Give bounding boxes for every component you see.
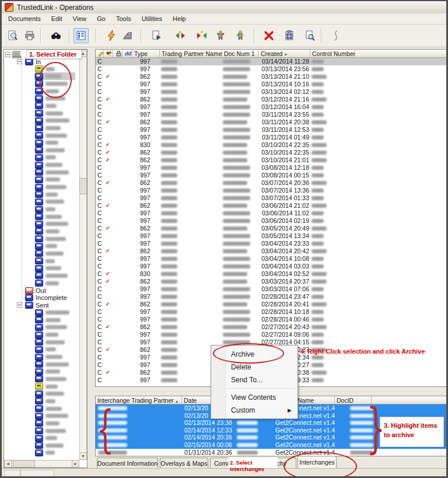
tab-document-information[interactable]: Document Information xyxy=(97,458,158,468)
tree-item[interactable] xyxy=(35,412,68,420)
tree-item[interactable] xyxy=(35,220,68,228)
table-row[interactable]: C✔86203/10/2014 21:01 xyxy=(96,156,447,164)
tree-item[interactable] xyxy=(35,153,56,161)
view-details-button[interactable] xyxy=(74,28,89,43)
table-row[interactable]: C99703/13/2014 10:16 xyxy=(96,81,447,88)
menu-go[interactable]: Go xyxy=(92,14,111,23)
tree-item[interactable] xyxy=(35,176,60,183)
tree-item[interactable] xyxy=(35,390,64,397)
tree-item[interactable] xyxy=(35,264,61,272)
tree-item[interactable] xyxy=(35,375,66,383)
tree-item[interactable] xyxy=(35,323,67,331)
table-row[interactable]: C99703/13/2014 23:56 xyxy=(96,65,447,73)
table-row[interactable]: C99703/08/2014 00:15 xyxy=(96,172,447,179)
table-row[interactable]: C99703/11/2014 01:49 xyxy=(96,134,447,141)
table-row[interactable]: C99702/28/2014 10:18 xyxy=(96,308,447,316)
table-row[interactable]: C99703/04/2014 03:03 xyxy=(96,263,447,270)
menu-utilities[interactable]: Utilities xyxy=(136,14,167,23)
table-row[interactable]: C99703/03/2014 07:06 xyxy=(96,285,447,293)
menu-tools[interactable]: Tools xyxy=(111,14,136,23)
table-row[interactable]: C99703/08/2014 12:18 xyxy=(96,164,447,172)
duplicate-column-header[interactable]: dd xyxy=(123,50,132,58)
table-row[interactable]: C✔86203/03/2014 20:37 xyxy=(96,278,447,285)
tree-root[interactable] xyxy=(12,51,22,58)
table-row[interactable]: C99703/11/2014 12:53 xyxy=(96,126,447,134)
translate-inbound-button[interactable] xyxy=(173,28,188,43)
print-button[interactable] xyxy=(22,28,37,43)
tree-item[interactable] xyxy=(35,309,69,316)
tree-item[interactable] xyxy=(35,405,62,413)
vscroll-thumb[interactable] xyxy=(79,178,87,194)
tab-overlays-maps[interactable]: Overlays & Maps xyxy=(160,458,208,468)
tree-item[interactable] xyxy=(35,117,69,124)
table-row[interactable]: C99703/13/2014 02:12 xyxy=(96,88,447,96)
tree-item-incomplete[interactable]: Incomplete xyxy=(25,294,67,302)
tree-item[interactable] xyxy=(35,346,56,353)
attachment-column-header[interactable] xyxy=(104,50,113,58)
edit-pencil-column-header[interactable] xyxy=(96,50,104,58)
tree-item[interactable] xyxy=(35,280,59,287)
menu-edit[interactable]: Edit xyxy=(46,14,68,23)
table-row[interactable]: C✔83003/04/2014 02:52 xyxy=(96,270,447,278)
table-row[interactable]: C✔86203/11/2014 20:38 xyxy=(96,118,447,126)
tree-item[interactable] xyxy=(35,132,67,139)
view-document-button[interactable] xyxy=(302,28,317,43)
lock-column-header[interactable] xyxy=(113,50,123,58)
table-row[interactable]: C✔86203/06/2014 21:02 xyxy=(96,202,447,210)
tree-item[interactable] xyxy=(35,397,55,405)
context-menu-item-view-contents[interactable]: View Contents xyxy=(226,391,296,404)
tree-item[interactable] xyxy=(35,161,62,169)
tree-expander-icon[interactable] xyxy=(17,302,22,308)
table-row[interactable]: C99702/28/2014 00:46 xyxy=(96,316,447,323)
tree-item[interactable] xyxy=(35,102,57,110)
table-row[interactable]: C99703/06/2014 11:02 xyxy=(96,210,447,217)
tree-item[interactable] xyxy=(35,235,66,243)
table-row[interactable]: C99703/04/2014 10:08 xyxy=(96,255,447,263)
tree-item[interactable] xyxy=(35,183,66,191)
scroll-down-arrow[interactable]: ▼ xyxy=(79,452,87,460)
menu-help[interactable]: Help xyxy=(167,14,191,23)
tree-item-out[interactable]: Out xyxy=(25,287,46,294)
tree-item[interactable] xyxy=(35,250,64,257)
tree-item[interactable] xyxy=(35,449,55,456)
tree-item[interactable] xyxy=(35,420,60,427)
script-squiggle-button[interactable] xyxy=(328,28,344,43)
tree-item[interactable] xyxy=(35,242,57,250)
tree-item[interactable] xyxy=(35,361,69,368)
table-row[interactable]: C✔86203/07/2014 20:36 xyxy=(96,179,447,187)
tree-item[interactable] xyxy=(35,257,55,265)
table-row[interactable]: C99703/07/2014 13:36 xyxy=(96,187,447,194)
export-document-button[interactable] xyxy=(149,28,164,43)
table-row[interactable]: C99703/05/2014 13:34 xyxy=(96,232,447,240)
tree-item[interactable] xyxy=(35,205,55,213)
tree-item[interactable] xyxy=(35,331,58,339)
table-row[interactable]: C✔86202/27/2014 20:43 xyxy=(96,323,447,331)
tree-item[interactable] xyxy=(35,442,64,449)
table-row[interactable]: C99703/11/2014 23:55 xyxy=(96,111,447,118)
task-runner-1-button[interactable] xyxy=(213,28,228,43)
tree-expander-icon[interactable] xyxy=(17,59,22,64)
column-header-doc-num-1[interactable]: Doc Num 1 xyxy=(222,50,259,58)
tree-item[interactable] xyxy=(35,339,65,346)
context-menu-item-send-to-[interactable]: Send To... xyxy=(226,374,296,386)
tree-item[interactable] xyxy=(35,272,68,280)
table-row[interactable]: C✔86203/12/2014 21:16 xyxy=(96,96,447,103)
table-row[interactable]: C✔86203/04/2014 20:42 xyxy=(96,247,447,255)
table-row[interactable]: C99703/06/2014 02:19 xyxy=(96,217,447,225)
column-header-created[interactable]: Created ▼ xyxy=(259,50,310,58)
scroll-right-arrow[interactable]: ► xyxy=(72,460,79,467)
tree-item[interactable] xyxy=(35,383,58,390)
tree-item[interactable] xyxy=(35,139,58,146)
menu-documents[interactable]: Documents xyxy=(3,14,46,23)
tree-item[interactable] xyxy=(35,368,60,375)
menu-view[interactable]: View xyxy=(68,14,92,23)
tree-item[interactable] xyxy=(35,213,62,221)
table-row[interactable]: C✔83003/10/2014 22:35 xyxy=(96,141,447,149)
table-row[interactable]: C99703/14/2014 11:28 xyxy=(96,58,447,65)
tree-item[interactable] xyxy=(35,110,63,117)
tree-item[interactable] xyxy=(35,191,58,198)
tree-item[interactable] xyxy=(35,427,66,435)
task-runner-2-button[interactable] xyxy=(233,28,248,43)
tree-vscrollbar[interactable] xyxy=(79,50,87,460)
interchange-row[interactable]: 01/31/2014 20:36Get2Connect.net v1.4 xyxy=(96,449,447,456)
